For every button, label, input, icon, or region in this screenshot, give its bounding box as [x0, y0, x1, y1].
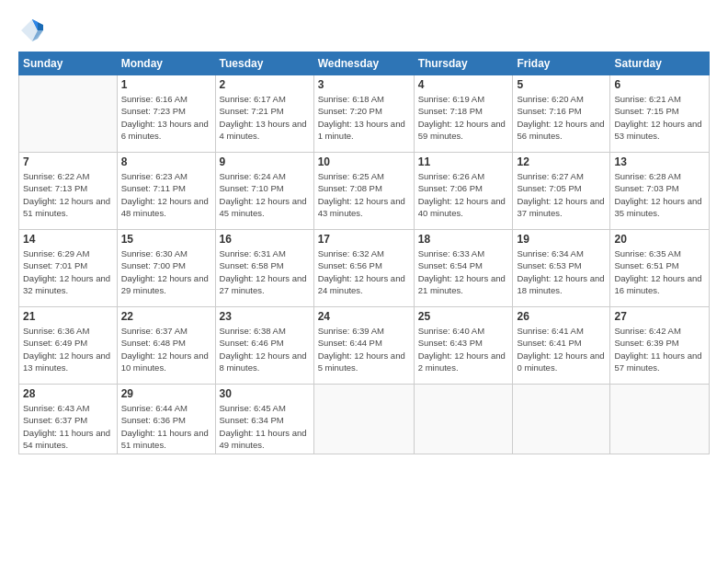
- cell-info: Sunrise: 6:19 AMSunset: 7:18 PMDaylight:…: [418, 93, 509, 142]
- cell-info: Sunrise: 6:33 AMSunset: 6:54 PMDaylight:…: [418, 247, 509, 296]
- cell-info: Sunrise: 6:22 AMSunset: 7:13 PMDaylight:…: [23, 170, 113, 219]
- day-number: 17: [318, 233, 410, 246]
- calendar-cell: 27Sunrise: 6:42 AMSunset: 6:39 PMDayligh…: [610, 307, 710, 385]
- calendar-cell: 22Sunrise: 6:37 AMSunset: 6:48 PMDayligh…: [117, 307, 215, 385]
- day-number: 25: [418, 310, 509, 323]
- calendar-cell: 17Sunrise: 6:32 AMSunset: 6:56 PMDayligh…: [313, 230, 414, 307]
- calendar-row: 14Sunrise: 6:29 AMSunset: 7:01 PMDayligh…: [19, 230, 710, 307]
- cell-info: Sunrise: 6:31 AMSunset: 6:58 PMDaylight:…: [220, 247, 310, 296]
- header: [18, 17, 710, 44]
- calendar-cell: 18Sunrise: 6:33 AMSunset: 6:54 PMDayligh…: [414, 230, 513, 307]
- cell-info: Sunrise: 6:36 AMSunset: 6:49 PMDaylight:…: [23, 325, 113, 373]
- day-number: 14: [23, 233, 113, 246]
- calendar-cell: 21Sunrise: 6:36 AMSunset: 6:49 PMDayligh…: [19, 307, 118, 385]
- calendar-cell: 19Sunrise: 6:34 AMSunset: 6:53 PMDayligh…: [513, 230, 610, 307]
- cell-info: Sunrise: 6:29 AMSunset: 7:01 PMDaylight:…: [23, 247, 113, 296]
- calendar-cell: 30Sunrise: 6:45 AMSunset: 6:34 PMDayligh…: [215, 385, 313, 454]
- logo-icon: [18, 17, 46, 44]
- cell-info: Sunrise: 6:38 AMSunset: 6:46 PMDaylight:…: [220, 325, 310, 373]
- calendar-cell: 24Sunrise: 6:39 AMSunset: 6:44 PMDayligh…: [313, 307, 414, 385]
- calendar-cell: 9Sunrise: 6:24 AMSunset: 7:10 PMDaylight…: [215, 153, 313, 230]
- calendar-cell: 11Sunrise: 6:26 AMSunset: 7:06 PMDayligh…: [414, 153, 513, 230]
- calendar-cell: 23Sunrise: 6:38 AMSunset: 6:46 PMDayligh…: [215, 307, 313, 385]
- calendar-cell: 12Sunrise: 6:27 AMSunset: 7:05 PMDayligh…: [513, 153, 610, 230]
- cell-info: Sunrise: 6:44 AMSunset: 6:36 PMDaylight:…: [121, 402, 211, 451]
- calendar-cell: [513, 385, 610, 454]
- calendar-cell: 26Sunrise: 6:41 AMSunset: 6:41 PMDayligh…: [513, 307, 610, 385]
- cell-info: Sunrise: 6:43 AMSunset: 6:37 PMDaylight:…: [23, 402, 113, 451]
- calendar-cell: 14Sunrise: 6:29 AMSunset: 7:01 PMDayligh…: [19, 230, 118, 307]
- weekday-header: Saturday: [610, 52, 710, 75]
- calendar-cell: 6Sunrise: 6:21 AMSunset: 7:15 PMDaylight…: [610, 75, 710, 153]
- day-number: 16: [220, 233, 310, 246]
- day-number: 5: [517, 78, 606, 91]
- day-number: 4: [418, 78, 509, 91]
- calendar-cell: 4Sunrise: 6:19 AMSunset: 7:18 PMDaylight…: [414, 75, 513, 153]
- day-number: 20: [614, 233, 705, 246]
- day-number: 28: [23, 387, 113, 400]
- calendar-row: 7Sunrise: 6:22 AMSunset: 7:13 PMDaylight…: [19, 153, 710, 230]
- weekday-header: Sunday: [19, 52, 118, 75]
- calendar-cell: 10Sunrise: 6:25 AMSunset: 7:08 PMDayligh…: [313, 153, 414, 230]
- day-number: 2: [220, 78, 310, 91]
- cell-info: Sunrise: 6:17 AMSunset: 7:21 PMDaylight:…: [220, 93, 310, 142]
- calendar-cell: 25Sunrise: 6:40 AMSunset: 6:43 PMDayligh…: [414, 307, 513, 385]
- day-number: 23: [220, 310, 310, 323]
- day-number: 24: [318, 310, 410, 323]
- day-number: 9: [220, 155, 310, 168]
- calendar-row: 1Sunrise: 6:16 AMSunset: 7:23 PMDaylight…: [19, 75, 710, 153]
- cell-info: Sunrise: 6:39 AMSunset: 6:44 PMDaylight:…: [318, 325, 410, 373]
- calendar-cell: 8Sunrise: 6:23 AMSunset: 7:11 PMDaylight…: [117, 153, 215, 230]
- calendar-cell: 16Sunrise: 6:31 AMSunset: 6:58 PMDayligh…: [215, 230, 313, 307]
- day-number: 6: [614, 78, 705, 91]
- day-number: 12: [517, 155, 606, 168]
- weekday-header: Friday: [513, 52, 610, 75]
- day-number: 27: [614, 310, 705, 323]
- day-number: 3: [318, 78, 410, 91]
- calendar-cell: 1Sunrise: 6:16 AMSunset: 7:23 PMDaylight…: [117, 75, 215, 153]
- calendar-cell: 7Sunrise: 6:22 AMSunset: 7:13 PMDaylight…: [19, 153, 118, 230]
- day-number: 15: [121, 233, 211, 246]
- day-number: 13: [614, 155, 705, 168]
- day-number: 30: [220, 387, 310, 400]
- day-number: 18: [418, 233, 509, 246]
- calendar-cell: 5Sunrise: 6:20 AMSunset: 7:16 PMDaylight…: [513, 75, 610, 153]
- calendar-cell: 3Sunrise: 6:18 AMSunset: 7:20 PMDaylight…: [313, 75, 414, 153]
- weekday-header-row: SundayMondayTuesdayWednesdayThursdayFrid…: [19, 52, 710, 75]
- calendar-table: SundayMondayTuesdayWednesdayThursdayFrid…: [18, 52, 710, 454]
- weekday-header: Wednesday: [313, 52, 414, 75]
- cell-info: Sunrise: 6:21 AMSunset: 7:15 PMDaylight:…: [614, 93, 705, 142]
- calendar-cell: 2Sunrise: 6:17 AMSunset: 7:21 PMDaylight…: [215, 75, 313, 153]
- calendar-cell: 29Sunrise: 6:44 AMSunset: 6:36 PMDayligh…: [117, 385, 215, 454]
- day-number: 8: [121, 155, 211, 168]
- day-number: 7: [23, 155, 113, 168]
- cell-info: Sunrise: 6:18 AMSunset: 7:20 PMDaylight:…: [318, 93, 410, 142]
- day-number: 29: [121, 387, 211, 400]
- cell-info: Sunrise: 6:42 AMSunset: 6:39 PMDaylight:…: [614, 325, 705, 373]
- day-number: 19: [517, 233, 606, 246]
- cell-info: Sunrise: 6:24 AMSunset: 7:10 PMDaylight:…: [220, 170, 310, 219]
- day-number: 10: [318, 155, 410, 168]
- calendar-cell: 20Sunrise: 6:35 AMSunset: 6:51 PMDayligh…: [610, 230, 710, 307]
- weekday-header: Monday: [117, 52, 215, 75]
- cell-info: Sunrise: 6:40 AMSunset: 6:43 PMDaylight:…: [418, 325, 509, 373]
- cell-info: Sunrise: 6:35 AMSunset: 6:51 PMDaylight:…: [614, 247, 705, 296]
- calendar-row: 21Sunrise: 6:36 AMSunset: 6:49 PMDayligh…: [19, 307, 710, 385]
- calendar-cell: 15Sunrise: 6:30 AMSunset: 7:00 PMDayligh…: [117, 230, 215, 307]
- cell-info: Sunrise: 6:45 AMSunset: 6:34 PMDaylight:…: [220, 402, 310, 451]
- cell-info: Sunrise: 6:30 AMSunset: 7:00 PMDaylight:…: [121, 247, 211, 296]
- page: SundayMondayTuesdayWednesdayThursdayFrid…: [0, 0, 728, 563]
- weekday-header: Thursday: [414, 52, 513, 75]
- day-number: 1: [121, 78, 211, 91]
- cell-info: Sunrise: 6:37 AMSunset: 6:48 PMDaylight:…: [121, 325, 211, 373]
- cell-info: Sunrise: 6:23 AMSunset: 7:11 PMDaylight:…: [121, 170, 211, 219]
- cell-info: Sunrise: 6:16 AMSunset: 7:23 PMDaylight:…: [121, 93, 211, 142]
- cell-info: Sunrise: 6:25 AMSunset: 7:08 PMDaylight:…: [318, 170, 410, 219]
- weekday-header: Tuesday: [215, 52, 313, 75]
- calendar-cell: [19, 75, 118, 153]
- cell-info: Sunrise: 6:26 AMSunset: 7:06 PMDaylight:…: [418, 170, 509, 219]
- calendar-cell: 13Sunrise: 6:28 AMSunset: 7:03 PMDayligh…: [610, 153, 710, 230]
- cell-info: Sunrise: 6:28 AMSunset: 7:03 PMDaylight:…: [614, 170, 705, 219]
- day-number: 11: [418, 155, 509, 168]
- cell-info: Sunrise: 6:34 AMSunset: 6:53 PMDaylight:…: [517, 247, 606, 296]
